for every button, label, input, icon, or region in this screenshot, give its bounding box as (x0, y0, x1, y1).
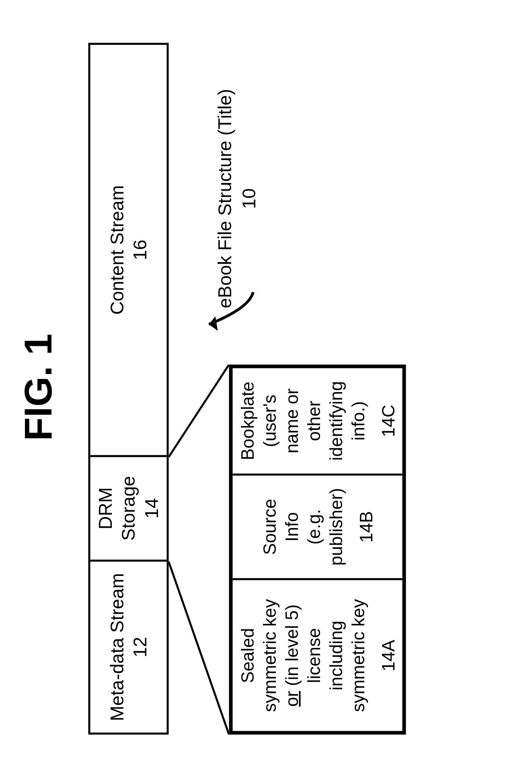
text-line: identifying (325, 381, 347, 460)
svg-marker-2 (209, 317, 218, 331)
text-line: Source (258, 499, 280, 555)
svg-line-1 (169, 365, 229, 457)
text-line: license (302, 628, 325, 683)
cell-ref: 14C (377, 405, 399, 437)
text-underline: or (281, 691, 301, 707)
text-line: symmetric key (258, 599, 280, 712)
figure-label: FIG. 1 (16, 334, 60, 441)
text-line: info.) (347, 401, 369, 441)
cell-ref: 16 (129, 240, 152, 260)
cell-ref: 14 (140, 498, 163, 518)
diagram-canvas: FIG. 1 Meta-data Stream 12 DRM Storage 1… (0, 0, 532, 775)
drm-cell-bookplate: Bookplate (user's name or other identify… (233, 368, 403, 474)
cell-label: Content Stream (105, 185, 129, 315)
cell-ref: 14A (377, 640, 399, 671)
text-line: name or (280, 389, 302, 453)
text-line: other (302, 401, 325, 441)
drm-cell-source: Source Info (e.g. publisher) 14B (233, 474, 403, 578)
cell-content: Content Stream 16 (90, 45, 167, 455)
text-line: (user's (258, 395, 280, 447)
cell-ref: 12 (129, 637, 152, 657)
svg-line-0 (169, 562, 229, 735)
text-inline: (in level 5) (281, 604, 301, 691)
overall-label-ref: 10 (237, 89, 261, 308)
connector-lines (169, 365, 229, 735)
text-line: Bookplate (236, 382, 258, 460)
cell-metadata: Meta-data Stream 12 (90, 560, 167, 733)
cell-label: Meta-data Stream (105, 573, 129, 721)
cell-label: DRM Storage (94, 461, 140, 556)
text-line: Sealed (236, 628, 258, 683)
text-line: including (325, 621, 347, 691)
text-line: (e.g. (302, 509, 325, 545)
text-line: or (in level 5) (280, 604, 302, 707)
file-structure-row: Meta-data Stream 12 DRM Storage 14 Conte… (88, 43, 169, 735)
cell-drm: DRM Storage 14 (90, 455, 167, 560)
drm-cell-sealed-key: Sealed symmetric key or (in level 5) lic… (233, 578, 403, 731)
text-line: publisher) (325, 488, 347, 565)
text-line: symmetric key (347, 599, 369, 712)
drm-detail-table: Sealed symmetric key or (in level 5) lic… (229, 365, 406, 735)
text-line: Info (280, 512, 302, 541)
overall-label-text: eBook File Structure (Title) (213, 89, 237, 308)
overall-label: eBook File Structure (Title) 10 (213, 89, 261, 308)
cell-ref: 14B (355, 511, 377, 543)
